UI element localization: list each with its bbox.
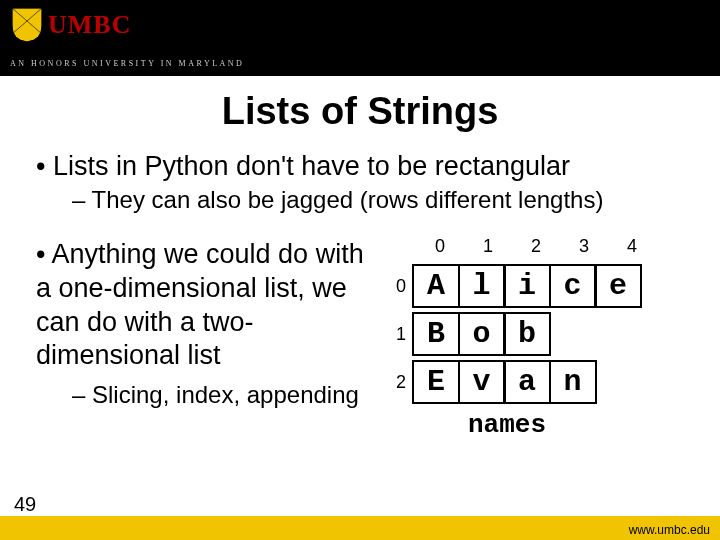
logo-text: UMBC [48,10,131,40]
col-label: 1 [464,236,512,257]
cell: i [503,264,551,308]
cell: A [412,264,460,308]
col-label: 2 [512,236,560,257]
cell: o [458,312,506,356]
row-label: 1 [388,324,412,345]
table-row: 0 A l i c e [388,262,640,310]
logo: UMBC [10,6,131,44]
footer-bar: www.umbc.edu [0,516,720,540]
lower-row: Anything we could do with a one-dimensio… [36,238,684,409]
grid-rows: 0 A l i c e 1 B o b [388,262,640,406]
bullet-sub-1: They can also be jagged (rows different … [72,186,684,214]
footer-url: www.umbc.edu [629,523,710,537]
cell: e [594,264,642,308]
col-label: 3 [560,236,608,257]
cell: c [549,264,597,308]
bullet-sub-2: Slicing, index, appending [72,381,384,409]
col-label: 4 [608,236,656,257]
bullet-list: Lists in Python don't have to be rectang… [36,151,684,182]
row-label: 0 [388,276,412,297]
page-title: Lists of Strings [0,90,720,133]
lower-left: Anything we could do with a one-dimensio… [36,238,384,409]
sub-bullet-list: They can also be jagged (rows different … [72,186,684,214]
cell: n [549,360,597,404]
slide: UMBC AN HONORS UNIVERSITY IN MARYLAND Li… [0,0,720,540]
cell: E [412,360,460,404]
cell: B [412,312,460,356]
table-row: 1 B o b [388,310,640,358]
cell: l [458,264,506,308]
cell: b [503,312,551,356]
row-label: 2 [388,372,412,393]
page-number: 49 [14,493,36,516]
shield-icon [10,6,44,44]
col-labels: 0 1 2 3 4 [416,236,656,257]
tagline: AN HONORS UNIVERSITY IN MARYLAND [10,59,244,68]
slide-body: Lists in Python don't have to be rectang… [0,133,720,409]
grid-area: 0 1 2 3 4 0 A l i c e [384,238,684,409]
header-band: UMBC AN HONORS UNIVERSITY IN MARYLAND [0,0,720,76]
bullet-main-2: Anything we could do with a one-dimensio… [36,238,384,373]
bullet-main-1: Lists in Python don't have to be rectang… [36,151,684,182]
table-row: 2 E v a n [388,358,640,406]
var-name-label: names [468,410,546,440]
col-label: 0 [416,236,464,257]
cell: a [503,360,551,404]
cell: v [458,360,506,404]
